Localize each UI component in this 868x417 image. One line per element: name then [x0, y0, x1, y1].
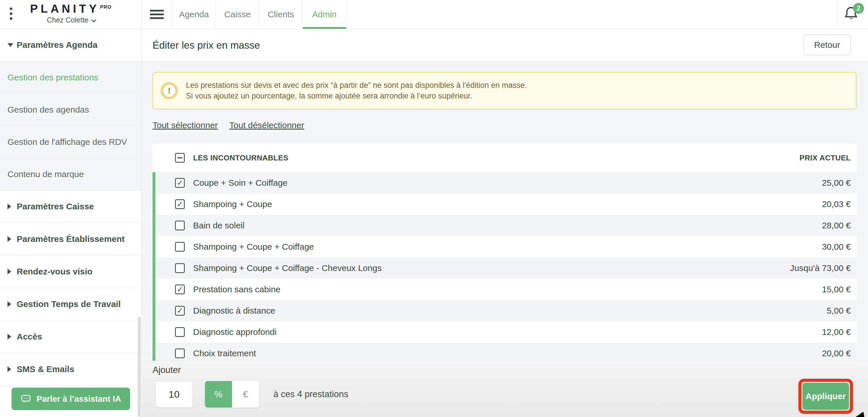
prestation-price: 12,00 € — [822, 327, 851, 337]
sidebar-item-gestion-des-prestations[interactable]: Gestion des prestations — [0, 61, 141, 94]
sidebar-item-label: Gestion Temps de Travail — [17, 299, 121, 309]
prestation-name: Bain de soleil — [193, 220, 244, 230]
prestation-row: ✓ Prestation sans cabine 15,00 € — [155, 279, 857, 300]
prestation-name: Shampoing + Coupe — [193, 199, 272, 209]
sidebar-item-label: Gestion des prestations — [7, 72, 98, 82]
prestation-price: 20,03 € — [822, 199, 851, 209]
applies-to-text: à ces 4 prestations — [273, 381, 348, 408]
row-checkbox[interactable]: ✓ — [175, 242, 185, 252]
prestation-row: ✓ Shampoing + Coupe + Coiffage - Cheveux… — [155, 258, 857, 279]
disclosure-arrow-icon — [7, 269, 11, 274]
planity-logo: PLANITYPRO — [28, 2, 114, 15]
disclosure-arrow-icon — [7, 366, 11, 372]
logo-pro-badge: PRO — [100, 4, 112, 10]
prestation-row: ✓ Choix traitement 20,00 € — [155, 343, 857, 361]
prestation-name: Shampoing + Coupe + Coiffage — [193, 242, 314, 252]
group-label: LES INCONTOURNABLES — [193, 153, 288, 162]
table-rows: ✓ Coupe + Soin + Coiffage 25,00 € ✓ Sham… — [153, 172, 857, 361]
select-group-checkbox[interactable] — [175, 153, 185, 163]
add-label: Ajouter — [153, 365, 181, 375]
tab-caisse[interactable]: Caisse — [216, 0, 259, 29]
sidebar-item-gestion-des-agendas[interactable]: Gestion des agendas — [0, 94, 141, 126]
sidebar-item-gestion-temps-de-travail[interactable]: Gestion Temps de Travail — [0, 288, 141, 321]
apply-button[interactable]: Appliquer — [802, 383, 849, 410]
warning-line-2: Si vous ajoutez un pourcentage, la somme… — [186, 91, 527, 101]
disclosure-arrow-icon — [7, 43, 13, 47]
sidebar-item-label: Paramètres Établissement — [17, 234, 125, 244]
prestation-price: Jusqu'à 73,00 € — [790, 263, 851, 273]
row-checkbox[interactable]: ✓ — [175, 178, 185, 188]
sidebar-item-label: Accès — [17, 332, 42, 341]
bulk-edit-footer: Ajouter % € à ces 4 prestations Applique… — [142, 361, 868, 417]
notifications-button[interactable]: 2 — [842, 5, 862, 25]
row-checkbox[interactable]: ✓ — [175, 263, 185, 273]
sidebar-item-label: Gestion des agendas — [7, 105, 89, 115]
prestation-name: Shampoing + Coupe + Coiffage - Cheveux L… — [193, 263, 382, 273]
prestation-price: 15,00 € — [822, 285, 851, 294]
unit-toggle: % € — [205, 381, 259, 408]
sidebar-item-rendez-vous-visio[interactable]: Rendez-vous visio — [0, 256, 141, 288]
settings-sidebar: Paramètres Agenda Gestion des prestation… — [0, 29, 142, 417]
row-checkbox[interactable]: ✓ — [175, 220, 185, 230]
sidebar-scrollbar-thumb[interactable] — [138, 317, 141, 417]
disclosure-arrow-icon — [7, 204, 11, 209]
sidebar-item-accès[interactable]: Accès — [0, 321, 141, 353]
prestation-row: ✓ Diagnostic à distance 5,00 € — [155, 300, 857, 321]
warning-line-1: Les prestations sur devis et avec des pr… — [186, 80, 527, 91]
price-column-header: PRIX ACTUEL — [800, 153, 851, 162]
sidebar-item-contenu-de-marque[interactable]: Contenu de marque — [0, 158, 141, 190]
topbar-divider — [837, 0, 837, 29]
row-checkbox[interactable]: ✓ — [175, 349, 185, 358]
sidebar-item-sms-&-emails[interactable]: SMS & Emails — [0, 353, 141, 386]
sidebar-item-paramètres-agenda[interactable]: Paramètres Agenda — [0, 29, 141, 61]
main-nav-tabs: AgendaCaisseClientsAdmin — [173, 0, 346, 29]
row-checkbox[interactable]: ✓ — [175, 327, 185, 337]
warning-text: Les prestations sur devis et avec des pr… — [186, 80, 527, 101]
amount-input[interactable] — [155, 381, 193, 408]
prestation-row: ✓ Shampoing + Coupe 20,03 € — [155, 193, 857, 215]
disclosure-arrow-icon — [7, 334, 11, 339]
prestation-price: 5,00 € — [827, 306, 851, 316]
table-header-row: LES INCONTOURNABLES PRIX ACTUEL — [153, 143, 857, 172]
sidebar-item-paramètres-caisse[interactable]: Paramètres Caisse — [0, 190, 141, 223]
deselect-all-link[interactable]: Tout désélectionner — [229, 120, 304, 130]
prestation-price: 28,00 € — [822, 220, 851, 230]
percent-option[interactable]: % — [205, 381, 232, 408]
chevron-down-icon — [92, 18, 96, 23]
page-title: Éditer les prix en masse — [153, 29, 260, 61]
prestation-name: Diagnostic approfondi — [193, 327, 277, 337]
sidebar-item-label: Gestion de l'affichage des RDV — [7, 137, 127, 147]
select-all-link[interactable]: Tout sélectionner — [153, 120, 218, 130]
hamburger-menu-button[interactable] — [142, 0, 173, 29]
disclosure-arrow-icon — [7, 236, 11, 242]
topbar-logo-zone: PLANITYPRO Chez Colette — [0, 0, 142, 29]
notification-badge: 2 — [853, 3, 864, 14]
euro-option[interactable]: € — [232, 381, 259, 408]
establishment-selector[interactable]: Chez Colette — [28, 16, 114, 24]
kebab-menu-icon[interactable] — [10, 7, 13, 22]
sidebar-item-gestion-de-l-affichage-des-rdv[interactable]: Gestion de l'affichage des RDV — [0, 126, 141, 158]
top-bar: PLANITYPRO Chez Colette AgendaCaisseClie… — [0, 0, 868, 29]
main-content: Éditer les prix en masse Retour ! Les pr… — [142, 29, 868, 417]
sidebar-item-paramètres-établissement[interactable]: Paramètres Établissement — [0, 223, 141, 256]
tab-admin[interactable]: Admin — [303, 0, 346, 29]
disclosure-arrow-icon — [7, 301, 11, 307]
sidebar-item-label: Rendez-vous visio — [17, 267, 92, 276]
prestation-name: Choix traitement — [193, 349, 256, 358]
sidebar-item-label: Paramètres Agenda — [17, 40, 98, 50]
ai-assistant-label: Parler à l’assistant IA — [36, 394, 121, 404]
row-checkbox[interactable]: ✓ — [175, 306, 185, 316]
selection-links: Tout sélectionner Tout désélectionner — [153, 120, 304, 130]
prestation-price: 25,00 € — [822, 178, 851, 188]
sidebar-item-label: SMS & Emails — [17, 364, 74, 374]
tab-clients[interactable]: Clients — [259, 0, 303, 29]
ai-assistant-button[interactable]: Parler à l’assistant IA — [11, 388, 130, 410]
row-checkbox[interactable]: ✓ — [175, 199, 185, 209]
tab-agenda[interactable]: Agenda — [173, 0, 216, 29]
back-button[interactable]: Retour — [804, 35, 851, 55]
warning-icon: ! — [161, 82, 178, 99]
row-checkbox[interactable]: ✓ — [175, 285, 185, 294]
sidebar-item-label: Contenu de marque — [7, 169, 84, 179]
prestation-row: ✓ Shampoing + Coupe + Coiffage 30,00 € — [155, 236, 857, 258]
prestation-price: 30,00 € — [822, 242, 851, 252]
